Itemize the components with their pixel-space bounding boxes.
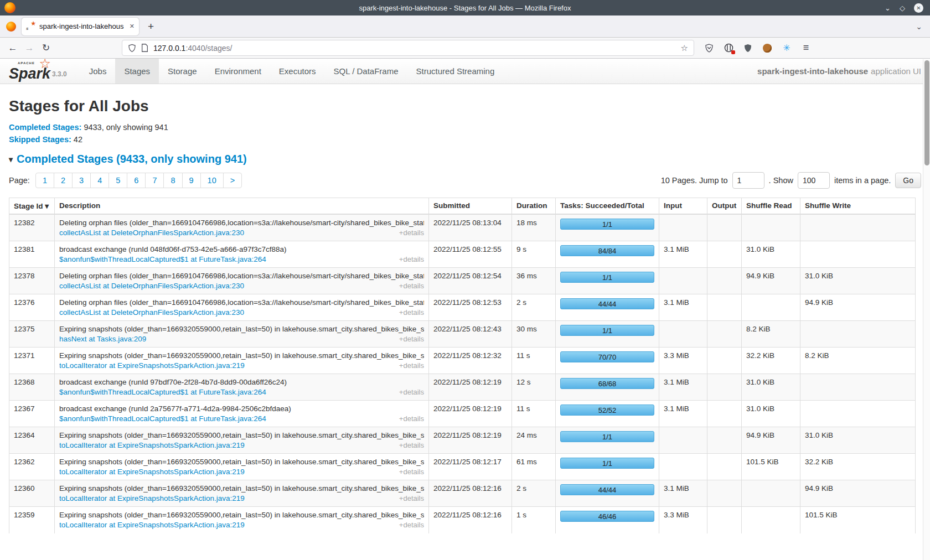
privacy-badger-icon[interactable] <box>724 43 733 53</box>
url-text[interactable]: 127.0.0.1:4040/stages/ <box>153 44 681 53</box>
details-toggle[interactable]: +details <box>399 361 424 370</box>
page-button-5[interactable]: 5 <box>108 173 127 188</box>
table-row: 12376 Deleting orphan files (older_than=… <box>9 294 916 321</box>
page-button-10[interactable]: 10 <box>200 173 224 188</box>
show-count-input[interactable] <box>798 172 830 189</box>
tasks-cell: 52/52 <box>556 401 659 427</box>
page-button-2[interactable]: 2 <box>54 173 73 188</box>
page-button-8[interactable]: 8 <box>163 173 182 188</box>
jump-to-input[interactable] <box>732 172 764 189</box>
show-label: . Show <box>769 176 793 185</box>
input-cell <box>659 268 707 294</box>
column-header-6[interactable]: Output <box>707 198 742 215</box>
browser-toolbar: ← → ↻ 127.0.0.1:4040/stages/ ☆ ✳ ≡ <box>0 38 930 59</box>
stage-detail-link[interactable]: $anonfun$withThreadLocalCaptured$1 at Fu… <box>59 388 266 396</box>
stage-detail-link[interactable]: collectAsList at DeleteOrphanFilesSparkA… <box>59 229 244 237</box>
tasks-progress-label: 70/70 <box>598 353 617 361</box>
tasks-cell: 70/70 <box>556 348 659 374</box>
nav-item-structured-streaming[interactable]: Structured Streaming <box>407 59 504 84</box>
tasks-cell: 84/84 <box>556 241 659 268</box>
stage-detail-link[interactable]: toLocalIterator at ExpireSnapshotsSparkA… <box>59 521 245 529</box>
window-close-icon[interactable]: ✕ <box>914 3 923 13</box>
cookie-icon[interactable] <box>762 43 772 53</box>
spark-logo[interactable]: APACHE Spark ☆ <box>9 60 50 81</box>
stage-detail-link[interactable]: toLocalIterator at ExpireSnapshotsSparkA… <box>59 361 245 370</box>
nav-item-executors[interactable]: Executors <box>270 59 325 84</box>
pocket-icon[interactable] <box>704 43 714 53</box>
details-toggle[interactable]: +details <box>399 255 424 263</box>
nav-item-stages[interactable]: Stages <box>115 59 159 84</box>
page-button-6[interactable]: 6 <box>127 173 146 188</box>
shuffle-read-cell <box>742 294 800 321</box>
description-cell: Deleting orphan files (older_than=166910… <box>55 268 429 294</box>
scrollbar-thumb[interactable] <box>924 60 929 165</box>
next-page-button[interactable]: > <box>223 173 242 188</box>
details-toggle[interactable]: +details <box>399 441 424 449</box>
details-toggle[interactable]: +details <box>399 388 424 396</box>
window-minimize-icon[interactable]: ⌄ <box>885 4 891 12</box>
browser-tab[interactable]: ★ s spark-ingest-into-lakehous ✕ <box>22 18 139 35</box>
tasks-progress-label: 44/44 <box>598 300 617 308</box>
stage-detail-link[interactable]: hasNext at Tasks.java:209 <box>59 335 146 343</box>
column-header-5[interactable]: Input <box>659 198 707 215</box>
page-button-3[interactable]: 3 <box>72 173 91 188</box>
nav-item-sql-dataframe[interactable]: SQL / DataFrame <box>325 59 407 84</box>
spark-nav: JobsStagesStorageEnvironmentExecutorsSQL… <box>80 59 504 84</box>
column-header-4[interactable]: Tasks: Succeeded/Total <box>556 198 659 215</box>
back-button[interactable]: ← <box>4 43 21 54</box>
column-header-0[interactable]: Stage Id ▾ <box>9 198 55 215</box>
stage-detail-link[interactable]: toLocalIterator at ExpireSnapshotsSparkA… <box>59 468 245 476</box>
url-bar[interactable]: 127.0.0.1:4040/stages/ ☆ <box>122 40 694 56</box>
stage-detail-link[interactable]: toLocalIterator at ExpireSnapshotsSparkA… <box>59 441 245 449</box>
description-cell: broadcast exchange (runId 97bdf70e-2f28-… <box>55 374 429 401</box>
menu-icon[interactable]: ≡ <box>801 43 811 53</box>
details-toggle[interactable]: +details <box>399 494 424 502</box>
details-toggle[interactable]: +details <box>399 468 424 476</box>
new-tab-button[interactable]: + <box>148 20 154 33</box>
details-toggle[interactable]: +details <box>399 282 424 290</box>
stage-detail-link[interactable]: collectAsList at DeleteOrphanFilesSparkA… <box>59 308 244 317</box>
nav-item-environment[interactable]: Environment <box>206 59 270 84</box>
completed-stages-link[interactable]: Completed Stages: <box>9 123 81 132</box>
ublock-icon[interactable] <box>743 43 753 53</box>
badger-badge <box>731 50 735 54</box>
input-cell: 3.3 MiB <box>659 507 707 533</box>
stage-detail-link[interactable]: $anonfun$withThreadLocalCaptured$1 at Fu… <box>59 414 266 423</box>
stage-detail-link[interactable]: $anonfun$withThreadLocalCaptured$1 at Fu… <box>59 255 266 263</box>
page-scrollbar[interactable] <box>923 59 930 560</box>
details-toggle[interactable]: +details <box>399 414 424 423</box>
tasks-progress-label: 68/68 <box>598 380 617 388</box>
window-maximize-icon[interactable]: ◇ <box>900 4 905 12</box>
stage-detail-link[interactable]: collectAsList at DeleteOrphanFilesSparkA… <box>59 282 244 290</box>
column-header-1[interactable]: Description <box>55 198 429 215</box>
forward-button[interactable]: → <box>21 43 38 54</box>
shuffle-write-cell: 31.0 KiB <box>800 268 916 294</box>
details-toggle[interactable]: +details <box>399 521 424 529</box>
nav-item-storage[interactable]: Storage <box>159 59 206 84</box>
page-button-4[interactable]: 4 <box>90 173 109 188</box>
details-toggle[interactable]: +details <box>399 229 424 237</box>
tab-close-icon[interactable]: ✕ <box>130 23 135 30</box>
stage-detail-link[interactable]: toLocalIterator at ExpireSnapshotsSparkA… <box>59 494 245 502</box>
shuffle-read-cell: 32.2 KiB <box>742 348 800 374</box>
go-button[interactable]: Go <box>895 173 921 188</box>
nav-item-jobs[interactable]: Jobs <box>80 59 116 84</box>
column-header-2[interactable]: Submitted <box>429 198 512 215</box>
list-tabs-icon[interactable]: ⌄ <box>916 22 922 31</box>
page-button-1[interactable]: 1 <box>35 173 54 188</box>
page-button-7[interactable]: 7 <box>145 173 164 188</box>
page-info-icon[interactable] <box>141 44 148 52</box>
details-toggle[interactable]: +details <box>399 335 424 343</box>
shield-permissions-icon[interactable] <box>128 44 136 53</box>
details-toggle[interactable]: +details <box>399 308 424 317</box>
page-button-9[interactable]: 9 <box>182 173 201 188</box>
snowflake-icon[interactable]: ✳ <box>782 43 792 53</box>
column-header-8[interactable]: Shuffle Write <box>800 198 916 215</box>
skipped-stages-link[interactable]: Skipped Stages: <box>9 135 71 144</box>
duration-cell: 2 s <box>512 480 556 507</box>
completed-stages-section-header[interactable]: ▾ Completed Stages (9433, only showing 9… <box>9 153 921 165</box>
reload-button[interactable]: ↻ <box>38 42 54 54</box>
bookmark-star-icon[interactable]: ☆ <box>681 43 688 53</box>
column-header-7[interactable]: Shuffle Read <box>742 198 800 215</box>
column-header-3[interactable]: Duration <box>512 198 556 215</box>
